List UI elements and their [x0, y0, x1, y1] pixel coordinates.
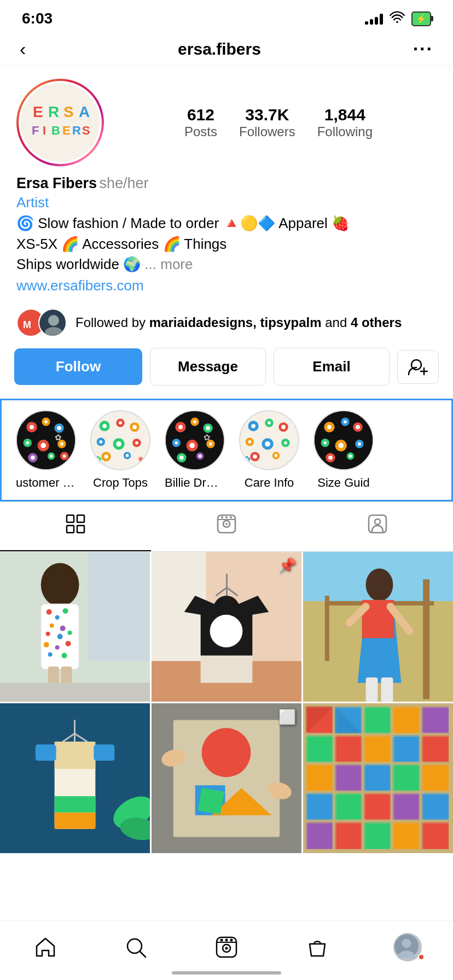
svg-point-84 — [248, 440, 251, 444]
followers-count: 33.7K — [239, 106, 295, 124]
tab-grid[interactable] — [0, 502, 151, 551]
grid-item-6[interactable] — [303, 703, 453, 853]
svg-point-218 — [127, 939, 142, 953]
highlight-thumbnail-2: ✿ ❀ — [90, 410, 150, 470]
message-button[interactable]: Message — [150, 348, 266, 386]
svg-point-136 — [68, 631, 72, 635]
svg-point-174 — [202, 728, 251, 777]
nav-shop[interactable] — [298, 931, 336, 964]
svg-rect-171 — [55, 812, 96, 829]
svg-point-35 — [50, 454, 53, 458]
following-stat[interactable]: 1,844 Following — [317, 106, 373, 139]
nav-search[interactable] — [117, 931, 155, 964]
svg-point-70 — [209, 442, 212, 446]
svg-point-119 — [221, 516, 223, 518]
svg-point-225 — [225, 939, 228, 942]
account-category[interactable]: Artist — [16, 194, 437, 211]
svg-rect-210 — [303, 819, 453, 823]
nav-reels[interactable] — [207, 931, 246, 964]
display-name: Ersa Fibers — [16, 175, 97, 191]
svg-text:✿: ✿ — [94, 454, 102, 465]
svg-point-226 — [230, 939, 233, 942]
svg-point-129 — [47, 609, 52, 615]
grid-item-4[interactable] — [0, 703, 150, 853]
highlight-label-1: ustomer P... — [16, 476, 76, 490]
svg-point-88 — [284, 441, 287, 445]
highlight-billie-dress[interactable]: ✿ Billie Dress — [165, 410, 225, 490]
highlight-label-4: Care Info — [245, 476, 294, 490]
email-button[interactable]: Email — [274, 348, 390, 386]
add-friend-button[interactable] — [397, 350, 439, 384]
svg-rect-168 — [36, 744, 56, 761]
svg-text:✿: ✿ — [243, 454, 251, 465]
svg-point-72 — [179, 456, 184, 460]
follow-button[interactable]: Follow — [14, 348, 142, 385]
svg-point-132 — [50, 623, 54, 628]
nav-profile[interactable] — [388, 931, 427, 964]
grid-item-3[interactable] — [303, 552, 453, 702]
svg-point-131 — [63, 608, 68, 614]
grid-item-1[interactable] — [0, 552, 150, 702]
svg-rect-200 — [421, 792, 449, 820]
svg-point-133 — [60, 626, 66, 631]
svg-rect-161 — [381, 677, 393, 702]
more-options-button[interactable]: ··· — [413, 38, 433, 60]
highlight-customer-p[interactable]: ✿ ustomer P... — [16, 410, 76, 490]
svg-rect-111 — [67, 515, 74, 522]
tab-reels[interactable] — [151, 502, 302, 551]
back-button[interactable]: ‹ — [20, 38, 26, 60]
highlight-thumbnail-4: ✿ — [239, 410, 299, 470]
following-count: 1,844 — [317, 106, 373, 124]
avatar[interactable]: E R S A F I B E R S — [16, 79, 104, 166]
posts-stat[interactable]: 612 Posts — [184, 106, 217, 139]
svg-rect-144 — [0, 682, 150, 702]
svg-rect-203 — [364, 821, 391, 849]
svg-text:S: S — [63, 103, 73, 120]
tab-tagged[interactable] — [302, 502, 453, 551]
followed-by-section: M Followed by mariaidadesigns, tipsypalm… — [0, 303, 453, 348]
svg-point-68 — [189, 443, 195, 448]
highlight-size-guide[interactable]: Size Guid — [313, 410, 374, 490]
svg-text:E: E — [62, 124, 70, 137]
svg-text:R: R — [48, 103, 59, 120]
website-link[interactable]: www.ersafibers.com — [16, 277, 437, 294]
svg-text:B: B — [51, 124, 60, 137]
svg-rect-192 — [335, 764, 362, 791]
grid-item-5[interactable]: ⬜ — [152, 703, 301, 853]
posts-label: Posts — [184, 124, 217, 139]
profile-username: ersa.fibers — [178, 40, 261, 59]
followed-by-text: Followed by mariaidadesigns, tipsypalm a… — [76, 313, 402, 332]
highlight-crop-tops[interactable]: ✿ ❀ Crop Tops — [90, 410, 150, 490]
svg-point-37 — [63, 454, 66, 458]
svg-point-86 — [265, 441, 270, 447]
reels-icon — [217, 514, 236, 538]
svg-point-123 — [375, 519, 380, 524]
svg-rect-169 — [94, 744, 114, 761]
svg-rect-167 — [55, 742, 96, 769]
highlight-label-3: Billie Dress — [165, 476, 225, 490]
svg-point-100 — [356, 425, 360, 429]
svg-point-121 — [230, 516, 232, 518]
svg-point-139 — [66, 640, 71, 646]
svg-rect-160 — [366, 677, 378, 702]
svg-point-25 — [57, 426, 61, 430]
svg-point-0 — [396, 21, 398, 23]
svg-point-96 — [327, 425, 332, 429]
signal-icon — [365, 13, 383, 25]
followers-stat[interactable]: 33.7K Followers — [239, 106, 295, 139]
grid-item-2[interactable]: 📌 — [152, 552, 301, 702]
svg-text:S: S — [82, 124, 90, 137]
bio-more-button[interactable]: ... more — [144, 256, 193, 272]
notification-dot — [418, 954, 425, 960]
svg-rect-184 — [392, 706, 420, 733]
highlight-care-info[interactable]: ✿ Care Info — [239, 410, 299, 490]
svg-point-80 — [268, 421, 271, 424]
nav-home[interactable] — [26, 931, 65, 964]
svg-rect-202 — [335, 821, 362, 849]
highlight-label-2: Crop Tops — [93, 476, 148, 490]
followers-label: Followers — [239, 124, 295, 139]
svg-rect-113 — [67, 526, 74, 533]
svg-rect-197 — [335, 792, 362, 820]
svg-point-141 — [62, 652, 67, 658]
status-icons: ⚡ — [365, 11, 431, 26]
